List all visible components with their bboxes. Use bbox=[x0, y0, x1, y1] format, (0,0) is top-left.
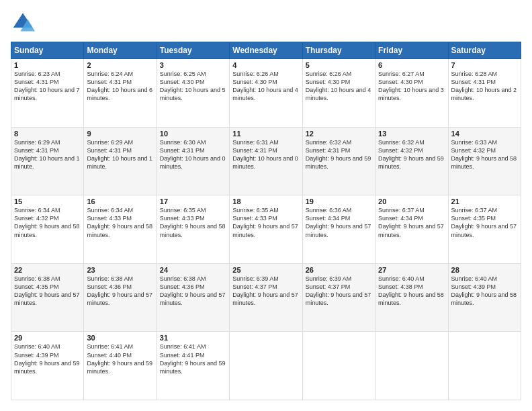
cell-info: Sunrise: 6:29 AM Sunset: 4:31 PM Dayligh… bbox=[87, 138, 153, 171]
cell-info: Sunrise: 6:27 AM Sunset: 4:30 PM Dayligh… bbox=[378, 70, 445, 103]
day-header-sunday: Sunday bbox=[11, 42, 84, 59]
calendar-cell: 29 Sunrise: 6:40 AM Sunset: 4:39 PM Dayl… bbox=[11, 332, 84, 400]
page: SundayMondayTuesdayWednesdayThursdayFrid… bbox=[0, 0, 532, 411]
cell-info: Sunrise: 6:31 AM Sunset: 4:31 PM Dayligh… bbox=[232, 138, 299, 171]
calendar-cell: 23 Sunrise: 6:38 AM Sunset: 4:36 PM Dayl… bbox=[84, 263, 157, 332]
logo-icon bbox=[11, 11, 35, 35]
logo bbox=[11, 11, 38, 35]
cell-info: Sunrise: 6:37 AM Sunset: 4:34 PM Dayligh… bbox=[378, 206, 445, 239]
cell-info: Sunrise: 6:40 AM Sunset: 4:39 PM Dayligh… bbox=[451, 275, 518, 308]
day-number: 12 bbox=[306, 130, 372, 138]
calendar-cell bbox=[230, 332, 302, 400]
calendar-cell: 11 Sunrise: 6:31 AM Sunset: 4:31 PM Dayl… bbox=[230, 127, 302, 195]
day-number: 15 bbox=[14, 197, 81, 205]
day-number: 20 bbox=[378, 197, 445, 205]
calendar-cell: 10 Sunrise: 6:30 AM Sunset: 4:31 PM Dayl… bbox=[157, 127, 229, 195]
cell-info: Sunrise: 6:24 AM Sunset: 4:31 PM Dayligh… bbox=[87, 70, 153, 103]
calendar-cell: 13 Sunrise: 6:32 AM Sunset: 4:32 PM Dayl… bbox=[375, 127, 448, 195]
calendar-cell: 9 Sunrise: 6:29 AM Sunset: 4:31 PM Dayli… bbox=[84, 127, 157, 195]
cell-info: Sunrise: 6:26 AM Sunset: 4:30 PM Dayligh… bbox=[232, 70, 299, 103]
cell-info: Sunrise: 6:23 AM Sunset: 4:31 PM Dayligh… bbox=[14, 70, 81, 103]
cell-info: Sunrise: 6:39 AM Sunset: 4:37 PM Dayligh… bbox=[232, 275, 299, 308]
calendar-cell: 7 Sunrise: 6:28 AM Sunset: 4:31 PM Dayli… bbox=[448, 59, 521, 128]
cell-info: Sunrise: 6:26 AM Sunset: 4:30 PM Dayligh… bbox=[306, 70, 372, 103]
calendar-cell: 31 Sunrise: 6:41 AM Sunset: 4:41 PM Dayl… bbox=[157, 332, 229, 400]
cell-info: Sunrise: 6:30 AM Sunset: 4:31 PM Dayligh… bbox=[160, 138, 226, 171]
calendar-cell: 21 Sunrise: 6:37 AM Sunset: 4:35 PM Dayl… bbox=[448, 195, 521, 264]
calendar-cell: 6 Sunrise: 6:27 AM Sunset: 4:30 PM Dayli… bbox=[375, 59, 448, 128]
day-header-wednesday: Wednesday bbox=[230, 42, 302, 59]
calendar-cell: 2 Sunrise: 6:24 AM Sunset: 4:31 PM Dayli… bbox=[84, 59, 157, 128]
cell-info: Sunrise: 6:28 AM Sunset: 4:31 PM Dayligh… bbox=[451, 70, 518, 103]
day-number: 16 bbox=[87, 197, 153, 205]
day-number: 4 bbox=[232, 61, 299, 69]
calendar-cell: 14 Sunrise: 6:33 AM Sunset: 4:32 PM Dayl… bbox=[448, 127, 521, 195]
calendar-cell: 18 Sunrise: 6:35 AM Sunset: 4:33 PM Dayl… bbox=[230, 195, 302, 264]
cell-info: Sunrise: 6:35 AM Sunset: 4:33 PM Dayligh… bbox=[232, 206, 299, 239]
day-number: 3 bbox=[160, 61, 226, 69]
calendar-cell: 8 Sunrise: 6:29 AM Sunset: 4:31 PM Dayli… bbox=[11, 127, 84, 195]
day-number: 7 bbox=[451, 61, 518, 69]
day-number: 17 bbox=[160, 197, 226, 205]
day-number: 31 bbox=[160, 334, 226, 342]
week-row-2: 8 Sunrise: 6:29 AM Sunset: 4:31 PM Dayli… bbox=[11, 127, 521, 195]
calendar-cell bbox=[448, 332, 521, 400]
cell-info: Sunrise: 6:38 AM Sunset: 4:35 PM Dayligh… bbox=[14, 275, 81, 308]
day-number: 18 bbox=[232, 197, 299, 205]
day-number: 1 bbox=[14, 61, 81, 69]
cell-info: Sunrise: 6:37 AM Sunset: 4:35 PM Dayligh… bbox=[451, 206, 518, 239]
calendar-cell: 3 Sunrise: 6:25 AM Sunset: 4:30 PM Dayli… bbox=[157, 59, 229, 128]
day-number: 26 bbox=[306, 266, 372, 274]
cell-info: Sunrise: 6:40 AM Sunset: 4:38 PM Dayligh… bbox=[378, 275, 445, 308]
calendar-cell: 25 Sunrise: 6:39 AM Sunset: 4:37 PM Dayl… bbox=[230, 263, 302, 332]
cell-info: Sunrise: 6:41 AM Sunset: 4:41 PM Dayligh… bbox=[160, 342, 226, 375]
cell-info: Sunrise: 6:25 AM Sunset: 4:30 PM Dayligh… bbox=[160, 70, 226, 103]
cell-info: Sunrise: 6:34 AM Sunset: 4:32 PM Dayligh… bbox=[14, 206, 81, 239]
cell-info: Sunrise: 6:34 AM Sunset: 4:33 PM Dayligh… bbox=[87, 206, 153, 239]
day-number: 6 bbox=[378, 61, 445, 69]
day-number: 14 bbox=[451, 130, 518, 138]
calendar-cell: 1 Sunrise: 6:23 AM Sunset: 4:31 PM Dayli… bbox=[11, 59, 84, 128]
day-number: 25 bbox=[232, 266, 299, 274]
calendar-cell: 5 Sunrise: 6:26 AM Sunset: 4:30 PM Dayli… bbox=[302, 59, 375, 128]
day-header-monday: Monday bbox=[84, 42, 157, 59]
day-number: 22 bbox=[14, 266, 81, 274]
calendar-cell: 12 Sunrise: 6:32 AM Sunset: 4:31 PM Dayl… bbox=[302, 127, 375, 195]
calendar-cell: 19 Sunrise: 6:36 AM Sunset: 4:34 PM Dayl… bbox=[302, 195, 375, 264]
header-row: SundayMondayTuesdayWednesdayThursdayFrid… bbox=[11, 42, 521, 59]
calendar-cell: 22 Sunrise: 6:38 AM Sunset: 4:35 PM Dayl… bbox=[11, 263, 84, 332]
week-row-3: 15 Sunrise: 6:34 AM Sunset: 4:32 PM Dayl… bbox=[11, 195, 521, 264]
day-number: 24 bbox=[160, 266, 226, 274]
day-number: 8 bbox=[14, 130, 81, 138]
week-row-5: 29 Sunrise: 6:40 AM Sunset: 4:39 PM Dayl… bbox=[11, 332, 521, 400]
cell-info: Sunrise: 6:36 AM Sunset: 4:34 PM Dayligh… bbox=[306, 206, 372, 239]
day-number: 23 bbox=[87, 266, 153, 274]
day-header-saturday: Saturday bbox=[448, 42, 521, 59]
day-number: 9 bbox=[87, 130, 153, 138]
day-number: 27 bbox=[378, 266, 445, 274]
day-number: 30 bbox=[87, 334, 153, 342]
calendar-cell bbox=[375, 332, 448, 400]
calendar-cell: 28 Sunrise: 6:40 AM Sunset: 4:39 PM Dayl… bbox=[448, 263, 521, 332]
calendar-cell: 4 Sunrise: 6:26 AM Sunset: 4:30 PM Dayli… bbox=[230, 59, 302, 128]
day-number: 28 bbox=[451, 266, 518, 274]
day-header-tuesday: Tuesday bbox=[157, 42, 229, 59]
day-number: 2 bbox=[87, 61, 153, 69]
day-header-friday: Friday bbox=[375, 42, 448, 59]
week-row-1: 1 Sunrise: 6:23 AM Sunset: 4:31 PM Dayli… bbox=[11, 59, 521, 128]
cell-info: Sunrise: 6:38 AM Sunset: 4:36 PM Dayligh… bbox=[160, 275, 226, 308]
calendar-body: 1 Sunrise: 6:23 AM Sunset: 4:31 PM Dayli… bbox=[11, 59, 521, 400]
calendar-header: SundayMondayTuesdayWednesdayThursdayFrid… bbox=[11, 42, 521, 59]
calendar-cell: 30 Sunrise: 6:41 AM Sunset: 4:40 PM Dayl… bbox=[84, 332, 157, 400]
calendar-cell: 20 Sunrise: 6:37 AM Sunset: 4:34 PM Dayl… bbox=[375, 195, 448, 264]
calendar-cell bbox=[302, 332, 375, 400]
cell-info: Sunrise: 6:41 AM Sunset: 4:40 PM Dayligh… bbox=[87, 342, 153, 375]
cell-info: Sunrise: 6:40 AM Sunset: 4:39 PM Dayligh… bbox=[14, 342, 81, 375]
calendar-table: SundayMondayTuesdayWednesdayThursdayFrid… bbox=[11, 42, 521, 400]
calendar-cell: 27 Sunrise: 6:40 AM Sunset: 4:38 PM Dayl… bbox=[375, 263, 448, 332]
cell-info: Sunrise: 6:39 AM Sunset: 4:37 PM Dayligh… bbox=[306, 275, 372, 308]
calendar-cell: 24 Sunrise: 6:38 AM Sunset: 4:36 PM Dayl… bbox=[157, 263, 229, 332]
calendar-cell: 16 Sunrise: 6:34 AM Sunset: 4:33 PM Dayl… bbox=[84, 195, 157, 264]
day-number: 19 bbox=[306, 197, 372, 205]
calendar-cell: 15 Sunrise: 6:34 AM Sunset: 4:32 PM Dayl… bbox=[11, 195, 84, 264]
